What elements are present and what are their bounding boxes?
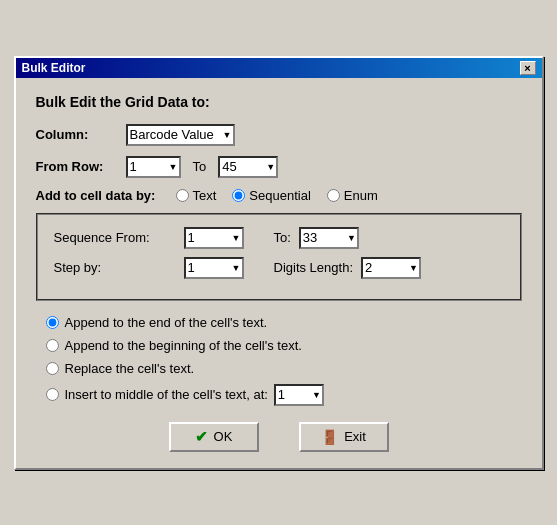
digits-combo-wrapper: 21345 <box>361 257 421 279</box>
append-label-3: Insert to middle of the cell's text, at: <box>65 387 268 402</box>
insert-at-combo-wrapper: 123 <box>274 384 324 406</box>
digits-pair: Digits Length: 21345 <box>274 257 422 279</box>
append-row-0: Append to the end of the cell's text. <box>46 315 522 330</box>
append-radio-3[interactable] <box>46 388 59 401</box>
append-radio-2[interactable] <box>46 362 59 375</box>
column-select[interactable]: Barcode Value Column A Column B <box>126 124 235 146</box>
sequence-from-label: Sequence From: <box>54 230 184 245</box>
radio-text[interactable] <box>176 189 189 202</box>
radio-sequential[interactable] <box>232 189 245 202</box>
add-by-options: Text Sequential Enum <box>176 188 378 203</box>
step-select[interactable]: 125 <box>184 257 244 279</box>
to-row-select[interactable]: 4510203050 <box>218 156 278 178</box>
add-by-label: Add to cell data by: <box>36 188 176 203</box>
radio-text-label: Text <box>193 188 217 203</box>
content-area: Bulk Edit the Grid Data to: Column: Barc… <box>16 78 542 468</box>
append-row-3: Insert to middle of the cell's text, at:… <box>46 384 522 406</box>
ok-icon: ✔ <box>195 428 208 446</box>
from-row-select[interactable]: 1235 <box>126 156 181 178</box>
seq-to-combo-wrapper: 3350100 <box>299 227 359 249</box>
button-row: ✔ OK 🚪 Exit <box>36 422 522 452</box>
to-label: To <box>193 159 207 174</box>
append-label-0: Append to the end of the cell's text. <box>65 315 268 330</box>
exit-button[interactable]: 🚪 Exit <box>299 422 389 452</box>
title-bar: Bulk Editor × <box>16 58 542 78</box>
seq-to-pair: To: 3350100 <box>274 227 359 249</box>
append-label-2: Replace the cell's text. <box>65 361 195 376</box>
append-section: Append to the end of the cell's text. Ap… <box>36 315 522 406</box>
append-row-1: Append to the beginning of the cell's te… <box>46 338 522 353</box>
to-row-combo-wrapper: 4510203050 <box>218 156 278 178</box>
digits-select[interactable]: 21345 <box>361 257 421 279</box>
ok-button[interactable]: ✔ OK <box>169 422 259 452</box>
ok-label: OK <box>214 429 233 444</box>
insert-at-select[interactable]: 123 <box>274 384 324 406</box>
radio-sequential-label: Sequential <box>249 188 310 203</box>
radio-enum-label: Enum <box>344 188 378 203</box>
exit-icon: 🚪 <box>321 429 338 445</box>
bulk-editor-window: Bulk Editor × Bulk Edit the Grid Data to… <box>14 56 544 470</box>
add-by-row: Add to cell data by: Text Sequential Enu… <box>36 188 522 203</box>
close-button[interactable]: × <box>520 61 536 75</box>
from-to-row: 1235 To 4510203050 <box>126 156 279 178</box>
append-radio-1[interactable] <box>46 339 59 352</box>
radio-enum[interactable] <box>327 189 340 202</box>
append-label-1: Append to the beginning of the cell's te… <box>65 338 302 353</box>
seq-to-select[interactable]: 3350100 <box>299 227 359 249</box>
sequence-from-row: Sequence From: 1235 To: 3350100 <box>54 227 504 249</box>
radio-enum-option[interactable]: Enum <box>327 188 378 203</box>
from-row-combo-wrapper: 1235 <box>126 156 181 178</box>
append-radio-0[interactable] <box>46 316 59 329</box>
window-title: Bulk Editor <box>22 61 86 75</box>
radio-text-option[interactable]: Text <box>176 188 217 203</box>
append-row-2: Replace the cell's text. <box>46 361 522 376</box>
radio-sequential-option[interactable]: Sequential <box>232 188 310 203</box>
seq-to-label: To: <box>274 230 291 245</box>
seq-from-select[interactable]: 1235 <box>184 227 244 249</box>
column-combo-wrapper: Barcode Value Column A Column B <box>126 124 235 146</box>
sequence-box: Sequence From: 1235 To: 3350100 Step <box>36 213 522 301</box>
page-title: Bulk Edit the Grid Data to: <box>36 94 522 110</box>
column-row: Column: Barcode Value Column A Column B <box>36 124 522 146</box>
step-combo-wrapper: 125 <box>184 257 244 279</box>
from-row-label: From Row: <box>36 159 126 174</box>
digits-label: Digits Length: <box>274 260 354 275</box>
row-range-row: From Row: 1235 To 4510203050 <box>36 156 522 178</box>
exit-label: Exit <box>344 429 366 444</box>
seq-from-combo-wrapper: 1235 <box>184 227 244 249</box>
step-by-label: Step by: <box>54 260 184 275</box>
column-label: Column: <box>36 127 126 142</box>
step-by-row: Step by: 125 Digits Length: 21345 <box>54 257 504 279</box>
